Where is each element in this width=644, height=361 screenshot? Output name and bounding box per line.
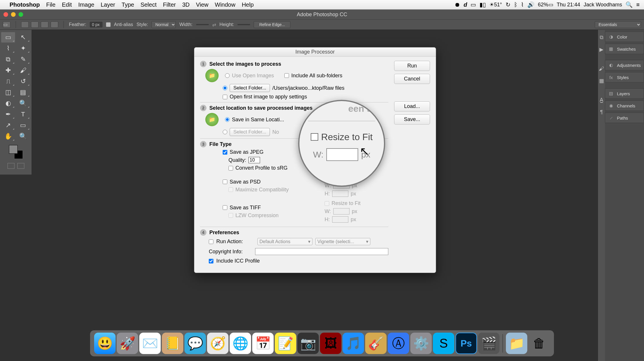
workspace-select[interactable]: Essentials bbox=[595, 21, 641, 28]
type-tool[interactable]: T bbox=[16, 109, 30, 120]
save-psd-checkbox[interactable] bbox=[223, 179, 227, 184]
dock-notes[interactable]: 📝 bbox=[275, 333, 296, 354]
edit-mode-toggle[interactable] bbox=[8, 163, 14, 169]
volume-icon[interactable]: 🔊 bbox=[527, 1, 535, 8]
battery-chart-icon[interactable]: ▮▯ bbox=[480, 1, 486, 8]
actions-panel-icon[interactable]: ▶ bbox=[598, 44, 605, 55]
menu-edit[interactable]: Edit bbox=[62, 1, 72, 8]
paragraph-panel-icon[interactable]: ¶ bbox=[598, 107, 605, 117]
panel-swatches[interactable]: ▦Swatches bbox=[605, 44, 644, 54]
crop-tool[interactable]: ⧉ bbox=[1, 54, 15, 65]
bluetooth-icon[interactable]: ᛒ bbox=[514, 1, 517, 8]
menu-help[interactable]: Help bbox=[242, 1, 254, 8]
menu-type[interactable]: Type bbox=[122, 1, 134, 8]
refine-edge-button[interactable]: Refine Edge... bbox=[254, 21, 290, 28]
dodge-tool[interactable]: 🔍 bbox=[16, 98, 30, 109]
panel-styles[interactable]: fxStyles bbox=[605, 72, 644, 83]
dock-trash[interactable]: 🗑 bbox=[528, 333, 550, 354]
airplay-icon[interactable]: ▭ bbox=[471, 1, 476, 8]
history-brush-tool[interactable]: ↺ bbox=[16, 76, 30, 87]
menu-filter[interactable]: Filter bbox=[163, 1, 176, 8]
selection-intersect-icon[interactable] bbox=[51, 21, 58, 28]
healing-brush-tool[interactable]: ✚ bbox=[1, 65, 15, 76]
magic-wand-tool[interactable]: ✦ bbox=[16, 43, 30, 54]
color-swatches[interactable] bbox=[9, 145, 23, 159]
hand-tool[interactable]: ✋ bbox=[1, 131, 15, 142]
dock-safari[interactable]: 🧭 bbox=[207, 333, 228, 354]
clone-stamp-tool[interactable]: ⎍ bbox=[1, 76, 15, 87]
d-icon[interactable]: d bbox=[464, 1, 467, 8]
load-button[interactable]: Load... bbox=[394, 101, 430, 111]
temperature-status[interactable]: ☀ 51° bbox=[489, 1, 502, 8]
menu-view[interactable]: View bbox=[196, 1, 208, 8]
move-tool[interactable]: ▭ bbox=[1, 32, 15, 43]
mag-width-input[interactable] bbox=[326, 148, 358, 161]
save-same-location-radio[interactable] bbox=[225, 117, 230, 122]
sync-icon[interactable]: ↻ bbox=[506, 1, 511, 8]
pen-tool[interactable]: ✒ bbox=[1, 109, 15, 120]
history-panel-icon[interactable]: ⧉ bbox=[598, 32, 605, 43]
selection-subtract-icon[interactable] bbox=[41, 21, 48, 28]
action-name-select[interactable]: Vignette (selecti...▾ bbox=[315, 238, 370, 245]
eraser-tool[interactable]: ◫ bbox=[1, 87, 15, 98]
wifi-icon[interactable]: ⌇ bbox=[521, 1, 524, 8]
dock-iphoto[interactable]: 🖼 bbox=[320, 333, 341, 354]
panel-adjustments[interactable]: ◐Adjustments bbox=[605, 60, 644, 70]
clock[interactable]: Thu 21:44 bbox=[557, 2, 580, 8]
save-tiff-checkbox[interactable] bbox=[223, 205, 227, 210]
battery-status[interactable]: 62% ▭ bbox=[538, 1, 553, 8]
zoom-tool[interactable]: 🔍 bbox=[16, 131, 30, 142]
screen-record-icon[interactable]: ⏺ bbox=[454, 1, 460, 8]
dock-imovie[interactable]: 🎬 bbox=[478, 333, 500, 354]
include-icc-checkbox[interactable] bbox=[209, 259, 213, 263]
spotlight-icon[interactable]: 🔍 bbox=[625, 1, 633, 8]
feather-input[interactable]: 0 px bbox=[90, 22, 103, 28]
zoom-window-button[interactable] bbox=[19, 12, 23, 17]
foreground-color-swatch[interactable] bbox=[9, 145, 18, 154]
open-first-image-checkbox[interactable] bbox=[223, 95, 227, 99]
eyedropper-tool[interactable]: ✎ bbox=[16, 54, 30, 65]
minimize-window-button[interactable] bbox=[11, 12, 16, 17]
dock-skype[interactable]: S bbox=[433, 333, 454, 354]
dock-mail[interactable]: ✉️ bbox=[139, 333, 161, 354]
selection-add-icon[interactable] bbox=[31, 21, 39, 28]
user-name[interactable]: Jack Woodhams bbox=[584, 2, 622, 8]
blur-tool[interactable]: ◐ bbox=[1, 98, 15, 109]
quality-input[interactable] bbox=[248, 157, 260, 163]
brush-panel-icon[interactable]: 🖌 bbox=[598, 63, 605, 74]
notification-center-icon[interactable]: ≡ bbox=[636, 1, 640, 8]
menu-window[interactable]: Window bbox=[215, 1, 235, 8]
save-button[interactable]: Save... bbox=[394, 114, 430, 124]
dock-appstore[interactable]: Ⓐ bbox=[388, 333, 409, 354]
dock-settings[interactable]: ⚙️ bbox=[410, 333, 432, 354]
dock-itunes[interactable]: 🎵 bbox=[343, 333, 364, 354]
dock-contacts[interactable]: 📒 bbox=[162, 333, 183, 354]
marquee-tool-icon[interactable]: ▭ bbox=[3, 21, 10, 28]
character-panel-icon[interactable]: A̲ bbox=[598, 95, 605, 105]
mag-resize-checkbox[interactable] bbox=[311, 133, 318, 141]
dock-calendar[interactable]: 📅 bbox=[252, 333, 274, 354]
save-jpeg-checkbox[interactable] bbox=[223, 150, 227, 155]
marquee-tool[interactable]: ↖ bbox=[16, 32, 30, 43]
panel-color[interactable]: ◑Color bbox=[605, 32, 644, 42]
menu-file[interactable]: File bbox=[46, 1, 55, 8]
dock-photoshop[interactable]: Ps bbox=[455, 333, 477, 354]
use-open-images-radio[interactable] bbox=[225, 73, 230, 78]
select-dest-folder-button[interactable]: Select Folder... bbox=[230, 128, 270, 136]
path-selection-tool[interactable]: ↗ bbox=[1, 120, 15, 131]
selection-new-icon[interactable] bbox=[21, 21, 29, 28]
select-source-folder-button[interactable]: Select Folder... bbox=[230, 84, 270, 92]
panel-layers[interactable]: ▤Layers bbox=[605, 88, 644, 99]
panel-paths[interactable]: ⟋Paths bbox=[605, 113, 644, 123]
include-subfolders-checkbox[interactable] bbox=[284, 73, 289, 78]
select-folder-radio[interactable] bbox=[223, 86, 227, 90]
dock-garageband[interactable]: 🎸 bbox=[365, 333, 387, 354]
dock-chrome[interactable]: 🌐 bbox=[230, 333, 251, 354]
dock-messages[interactable]: 💬 bbox=[184, 333, 206, 354]
dock-photobooth[interactable]: 📷 bbox=[297, 333, 319, 354]
screen-mode-toggle[interactable] bbox=[17, 163, 24, 169]
close-window-button[interactable] bbox=[3, 12, 8, 17]
gradient-tool[interactable]: ▤ bbox=[16, 87, 30, 98]
panel-channels[interactable]: ◉Channels bbox=[605, 100, 644, 111]
copyright-input[interactable] bbox=[255, 248, 388, 255]
